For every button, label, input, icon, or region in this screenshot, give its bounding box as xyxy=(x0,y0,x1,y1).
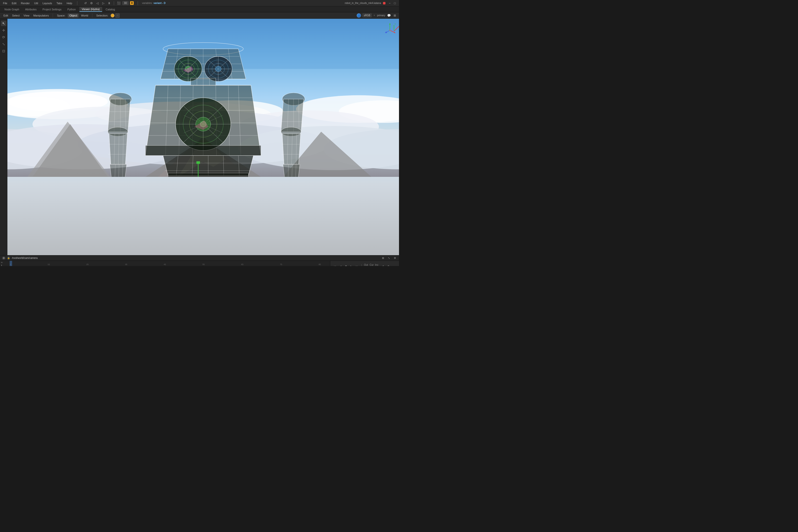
svg-text:85: 85 xyxy=(319,263,321,266)
pause-icon[interactable]: ⏸ xyxy=(107,1,111,5)
clouds-layer: X Y Z xyxy=(7,19,399,177)
view-controls: Edit Select View Manipulators xyxy=(2,14,50,18)
cur-label: Cur xyxy=(370,264,374,266)
selection-controls: Selection: □ xyxy=(95,14,119,18)
out-label: Out xyxy=(364,264,368,266)
timeline: In 1 xyxy=(0,261,399,266)
svg-text:75: 75 xyxy=(280,263,282,266)
view-settings-icon[interactable]: ⊞ xyxy=(393,13,397,18)
btn-view[interactable]: View xyxy=(22,14,31,18)
settings2-btn[interactable]: ⚙ xyxy=(386,264,391,266)
variables-value: variant - D xyxy=(153,2,166,4)
svg-rect-77 xyxy=(146,146,261,156)
selection-label: Selection: xyxy=(95,14,110,18)
top-bar: File Edit Render Util Layouts Tabs Help … xyxy=(0,0,399,6)
chat-icon[interactable]: 💬 xyxy=(387,13,391,18)
camera-fit-icon[interactable]: ⤡ xyxy=(387,256,391,260)
maximize-icon[interactable]: □ xyxy=(393,1,397,5)
camera-vis-btn[interactable]: 👁 xyxy=(2,256,5,260)
space-label: Space: xyxy=(55,14,67,18)
timeline-ticks-area[interactable]: In 1 xyxy=(0,261,330,266)
tab-attributes[interactable]: Attributes xyxy=(23,7,39,12)
dropdown-arrow: ▼ xyxy=(373,14,376,17)
svg-point-48 xyxy=(215,66,221,72)
settings-icon[interactable]: ⚙ xyxy=(89,1,94,5)
top-bar-right: robot_in_the_clouds_mk4.katana − □ xyxy=(345,1,397,5)
sep3 xyxy=(138,1,138,5)
sep2 xyxy=(114,1,114,5)
next-frame-btn[interactable]: ⏭ xyxy=(355,264,359,266)
primary-label: primary xyxy=(377,14,385,17)
svg-rect-115 xyxy=(168,173,248,177)
refresh-icon[interactable]: ↺ xyxy=(83,1,88,5)
tool-rotate[interactable]: ⟳ xyxy=(1,35,6,40)
main-area: ↖ ✛ ⟳ ⤡ ⊡ xyxy=(0,19,399,255)
svg-text:55: 55 xyxy=(203,263,205,266)
btn-object[interactable]: Object xyxy=(68,14,79,18)
menu-layouts[interactable]: Layouts xyxy=(42,1,53,5)
playback-controls: ⏮ ◀ ⏹ ▶ ⏭ xyxy=(333,264,359,266)
viewport[interactable]: X Y Z xyxy=(7,19,399,255)
btn-manipulators[interactable]: Manipulators xyxy=(32,14,50,18)
btn-select[interactable]: Select xyxy=(11,14,21,18)
tool-scale[interactable]: ⤡ xyxy=(1,41,6,47)
svg-text:45: 45 xyxy=(164,263,166,266)
toolbar-right: 👤 sRGB ▼ primary 💬 ⊞ xyxy=(357,13,397,18)
tab-project-settings[interactable]: Project Settings xyxy=(40,7,64,12)
viewer-toolbar: Edit Select View Manipulators Space: Obj… xyxy=(0,12,399,19)
left-toolbar: ↖ ✛ ⟳ ⤡ ⊡ xyxy=(0,19,7,255)
inc-label: Inc xyxy=(375,264,378,266)
space-controls: Space: Object World xyxy=(55,14,90,18)
menu-edit[interactable]: Edit xyxy=(11,1,18,5)
play-back-btn[interactable]: ◀ xyxy=(338,264,343,266)
minimize-icon[interactable]: − xyxy=(387,1,392,5)
play-btn[interactable]: ▶ xyxy=(349,264,354,266)
srgb-dropdown[interactable]: sRGB xyxy=(363,14,372,17)
menu-help[interactable]: Help xyxy=(65,1,73,5)
axis-gizmo xyxy=(384,22,396,34)
render-icon[interactable]: ⬛ xyxy=(116,1,121,5)
menu-util[interactable]: Util xyxy=(33,1,39,5)
toolbar-icons: ↺ ⚙ ◁ ▷ ⏸ ⬛ 3D II xyxy=(83,1,134,5)
sep4 xyxy=(53,14,53,18)
svg-marker-129 xyxy=(389,23,391,25)
sep1 xyxy=(77,1,77,5)
tab-catalog[interactable]: Catalog xyxy=(103,7,117,12)
svg-text:15: 15 xyxy=(48,263,50,266)
variables-label: variables: xyxy=(142,2,152,4)
tab-bar: Node Graph Attributes Project Settings P… xyxy=(0,6,399,12)
tab-node-graph[interactable]: Node Graph xyxy=(2,7,22,12)
tab-python[interactable]: Python xyxy=(65,7,78,12)
transport-extra: ↺ ⚙ xyxy=(381,264,391,266)
tool-select[interactable]: ↖ xyxy=(1,21,6,26)
close-dot[interactable] xyxy=(383,2,385,4)
btn-edit[interactable]: Edit xyxy=(2,14,10,18)
btn-world[interactable]: World xyxy=(79,14,90,18)
stop-btn[interactable]: ⏹ xyxy=(344,264,348,266)
camera-right-controls: ⊞ ⤡ ⚙ xyxy=(381,256,397,260)
eye-icon: 👁 xyxy=(2,256,5,260)
forward-icon[interactable]: ▷ xyxy=(101,1,106,5)
selection-box[interactable]: □ xyxy=(115,14,119,18)
prev-frame-btn[interactable]: ⏮ xyxy=(333,264,337,266)
out-group: Out 100 xyxy=(364,264,368,266)
timeline-controls: ⏮ ◀ ⏹ ▶ ⏭ Out 100 Cur 1 Inc 1 ↺ ⚙ xyxy=(330,261,399,266)
tool-pan[interactable]: ✛ xyxy=(1,27,6,33)
avatar: 👤 xyxy=(357,13,361,18)
back-icon[interactable]: ◁ xyxy=(95,1,99,5)
loop-btn[interactable]: ↺ xyxy=(381,264,385,266)
tab-viewer[interactable]: Viewer (Hydra) xyxy=(79,7,102,12)
camera-layout-icon[interactable]: ⊞ xyxy=(381,256,385,260)
inc-group: Inc 1 xyxy=(375,264,378,266)
svg-point-134 xyxy=(389,30,391,31)
pause-button[interactable]: II xyxy=(130,1,134,5)
selection-sphere[interactable] xyxy=(111,14,115,18)
variables-group: variables: variant - D xyxy=(142,2,166,4)
menu-tabs[interactable]: Tabs xyxy=(55,1,63,5)
tool-transform[interactable]: ⊡ xyxy=(1,48,6,54)
camera-lock-btn[interactable]: 🔒 xyxy=(7,256,10,260)
menu-render[interactable]: Render xyxy=(20,1,31,5)
menu-file[interactable]: File xyxy=(2,1,8,5)
window-controls: − □ xyxy=(387,1,397,5)
camera-settings-icon[interactable]: ⚙ xyxy=(393,256,397,260)
